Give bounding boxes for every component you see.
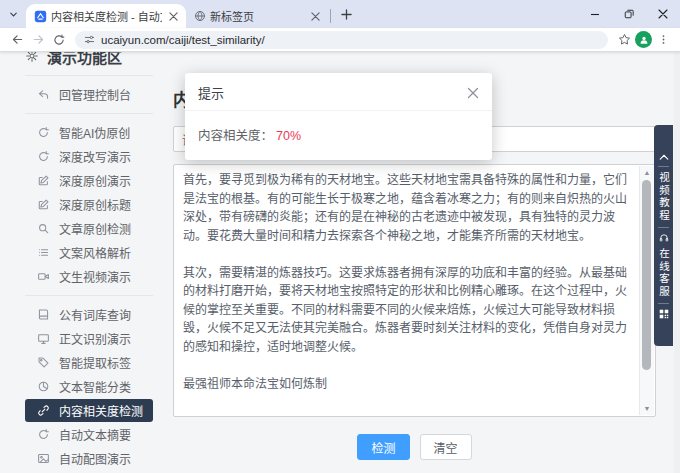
arrow-left-icon bbox=[11, 33, 24, 46]
sidebar-item-label: 深度改写演示 bbox=[59, 148, 131, 165]
new-tab-button[interactable] bbox=[335, 3, 357, 25]
video-icon bbox=[37, 270, 50, 283]
book-icon bbox=[37, 308, 50, 321]
sidebar-item-label: 文本智能分类 bbox=[59, 378, 131, 395]
forward-button[interactable] bbox=[28, 30, 48, 50]
minimize-button[interactable] bbox=[578, 0, 612, 28]
tab-title: 内容相关度检测 - 自动文章采 bbox=[51, 8, 162, 24]
sidebar-item-extract-tags[interactable]: 智能提取标签 bbox=[25, 351, 153, 374]
url-text: ucaiyun.com/caiji/test_similarity/ bbox=[101, 34, 265, 46]
widget-divider bbox=[658, 227, 669, 228]
sidebar-item-body-recognition[interactable]: 正文识别演示 bbox=[25, 327, 153, 350]
tab-divider bbox=[330, 9, 331, 23]
modal-title: 提示 bbox=[198, 83, 224, 102]
person-icon bbox=[639, 35, 649, 45]
edit-icon bbox=[37, 198, 50, 211]
modal-body: 内容相关度：70% bbox=[185, 111, 492, 160]
modal-relevance-label: 内容相关度： bbox=[198, 129, 273, 143]
floating-widget: 视频教程 在线客服 bbox=[654, 125, 673, 346]
sidebar-item-label: 公有词库查询 bbox=[59, 306, 131, 323]
arrow-right-icon bbox=[32, 33, 45, 46]
video-tutorial-link[interactable]: 视频教程 bbox=[654, 172, 673, 222]
list-icon bbox=[37, 246, 50, 259]
close-window-button[interactable] bbox=[646, 0, 680, 28]
tab-new-tab[interactable]: 新标签页 bbox=[186, 4, 328, 28]
edit-icon bbox=[37, 174, 50, 187]
sidebar-item-deep-original[interactable]: 深度原创演示 bbox=[25, 169, 153, 192]
article-textarea[interactable]: 首先，要寻觅到极为稀有的天材地宝。这些天材地宝需具备特殊的属性和力量，它们是法宝… bbox=[173, 164, 656, 417]
sidebar-item-label: 智能提取标签 bbox=[59, 354, 131, 371]
back-button[interactable] bbox=[7, 30, 27, 50]
sidebar-item-style-analysis[interactable]: 文案风格解析 bbox=[25, 241, 153, 264]
widget-divider bbox=[658, 303, 669, 304]
modal-close-button[interactable] bbox=[466, 86, 480, 100]
pie-chart-icon bbox=[37, 380, 50, 393]
sidebar-item-text-to-video[interactable]: 文生视频演示 bbox=[25, 265, 153, 288]
tab-title: 新标签页 bbox=[210, 8, 304, 24]
textarea-scrollbar[interactable]: ▲ ▼ bbox=[639, 166, 654, 415]
sidebar-divider bbox=[25, 295, 153, 296]
sidebar-divider bbox=[25, 113, 153, 114]
sidebar-item-label: 内容相关度检测 bbox=[59, 402, 143, 419]
browser-tabstrip: 内容相关度检测 - 自动文章采 新标签页 bbox=[0, 0, 680, 28]
sidebar-item-auto-summary[interactable]: 自动文本摘要 bbox=[25, 423, 153, 446]
button-row: 检测 清空 bbox=[173, 434, 656, 460]
sidebar-item-text-classification[interactable]: 文本智能分类 bbox=[25, 375, 153, 398]
online-service-link[interactable]: 在线客服 bbox=[654, 248, 673, 298]
scroll-up-icon[interactable]: ▲ bbox=[640, 166, 654, 179]
reload-button[interactable] bbox=[49, 30, 69, 50]
sidebar-divider bbox=[25, 75, 153, 76]
sidebar-item-deep-rewrite[interactable]: 深度改写演示 bbox=[25, 145, 153, 168]
modal-relevance-value: 70% bbox=[276, 129, 301, 143]
chevron-up-icon[interactable] bbox=[659, 153, 669, 161]
sidebar-item-label: 正文识别演示 bbox=[59, 330, 131, 347]
sidebar-item-label: 深度原创演示 bbox=[59, 172, 131, 189]
sidebar-item-auto-image[interactable]: 自动配图演示 bbox=[25, 447, 153, 470]
star-icon bbox=[618, 33, 631, 46]
sidebar-item-label: 文案风格解析 bbox=[59, 244, 131, 261]
sidebar-item-public-lexicon[interactable]: 公有词库查询 bbox=[25, 303, 153, 326]
address-bar[interactable]: ucaiyun.com/caiji/test_similarity/ bbox=[75, 31, 608, 49]
tab-search-button[interactable] bbox=[0, 2, 26, 26]
tab-close-icon[interactable] bbox=[166, 9, 181, 24]
tag-icon bbox=[37, 356, 50, 369]
menu-button[interactable] bbox=[653, 30, 673, 50]
sidebar-item-label: 文生视频演示 bbox=[59, 268, 131, 285]
sidebar-item-content-relevance[interactable]: 内容相关度检测 bbox=[25, 399, 153, 422]
refresh-icon bbox=[37, 150, 50, 163]
detect-button[interactable]: 检测 bbox=[357, 434, 409, 460]
sidebar-item-back-console[interactable]: 回管理控制台 bbox=[25, 83, 153, 106]
monitor-icon bbox=[37, 332, 50, 345]
minimize-icon bbox=[590, 9, 600, 19]
browser-toolbar: ucaiyun.com/caiji/test_similarity/ bbox=[0, 28, 680, 52]
tab-close-icon[interactable] bbox=[308, 9, 323, 24]
alert-modal: 提示 内容相关度：70% bbox=[185, 73, 492, 160]
close-icon bbox=[467, 87, 479, 99]
page-scrollbar-track[interactable] bbox=[674, 52, 680, 473]
sidebar-item-originality-check[interactable]: 文章原创检测 bbox=[25, 217, 153, 240]
profile-avatar[interactable] bbox=[635, 31, 652, 48]
clear-button[interactable]: 清空 bbox=[420, 434, 472, 460]
link-icon bbox=[37, 404, 50, 417]
site-favicon bbox=[34, 10, 47, 23]
scrollbar-thumb[interactable] bbox=[642, 180, 651, 370]
qr-code-icon[interactable] bbox=[659, 309, 669, 319]
sidebar-item-deep-title[interactable]: 深度原创标题 bbox=[25, 193, 153, 216]
widget-divider bbox=[658, 166, 669, 167]
sidebar: 演示功能区 回管理控制台 智能AI伪原创 深度改写演示 深度原创演示 深度原创标… bbox=[0, 52, 166, 473]
article-text: 首先，要寻觅到极为稀有的天材地宝。这些天材地宝需具备特殊的属性和力量，它们是法宝… bbox=[183, 171, 633, 412]
close-icon bbox=[658, 9, 668, 19]
bookmark-button[interactable] bbox=[614, 30, 634, 50]
maximize-button[interactable] bbox=[612, 0, 646, 28]
gear-icon bbox=[25, 52, 39, 63]
image-icon bbox=[37, 452, 50, 465]
scroll-down-icon[interactable]: ▼ bbox=[640, 402, 654, 415]
sidebar-item-label: 自动文本摘要 bbox=[59, 426, 131, 443]
globe-icon bbox=[194, 10, 206, 22]
reload-icon bbox=[53, 34, 65, 46]
sidebar-item-label: 自动配图演示 bbox=[59, 450, 131, 467]
tab-content-similarity[interactable]: 内容相关度检测 - 自动文章采 bbox=[26, 4, 186, 28]
sidebar-item-label: 深度原创标题 bbox=[59, 196, 131, 213]
sidebar-item-ai-rewrite[interactable]: 智能AI伪原创 bbox=[25, 121, 153, 144]
back-arrow-icon bbox=[37, 88, 50, 101]
